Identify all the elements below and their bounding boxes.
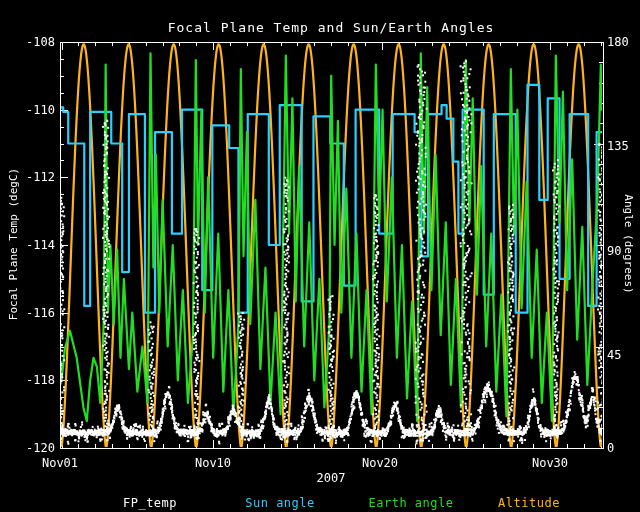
y-right-tick-label: 45 xyxy=(607,348,621,362)
chart-screen: Focal Plane Temp and Sun/Earth Angles Fo… xyxy=(0,0,640,512)
y-axis-right-title: Angle (degrees) xyxy=(621,194,635,293)
legend-fp-temp: FP_temp xyxy=(123,496,177,510)
legend-altitude: Altitude xyxy=(498,496,560,510)
plot-area xyxy=(0,0,640,512)
y-left-tick-label: -108 xyxy=(13,35,55,49)
x-tick-label: Nov20 xyxy=(358,456,402,470)
y-right-tick-label: 180 xyxy=(607,35,629,49)
y-left-tick-label: -120 xyxy=(13,441,55,455)
y-left-tick-label: -112 xyxy=(13,170,55,184)
x-tick-label: Nov30 xyxy=(528,456,572,470)
y-left-tick-label: -114 xyxy=(13,238,55,252)
y-right-tick-label: 90 xyxy=(607,244,621,258)
y-left-tick-label: -116 xyxy=(13,306,55,320)
y-left-tick-label: -110 xyxy=(13,103,55,117)
y-right-tick-label: 135 xyxy=(607,139,629,153)
x-tick-label: Nov01 xyxy=(38,456,82,470)
legend-sun-angle: Sun angle xyxy=(245,496,315,510)
y-left-tick-label: -118 xyxy=(13,373,55,387)
y-right-tick-label: 0 xyxy=(607,441,614,455)
x-tick-label: Nov10 xyxy=(191,456,235,470)
legend-earth-angle: Earth angle xyxy=(369,496,454,510)
chart-title: Focal Plane Temp and Sun/Earth Angles xyxy=(31,21,631,35)
x-axis-year-label: 2007 xyxy=(309,471,353,485)
